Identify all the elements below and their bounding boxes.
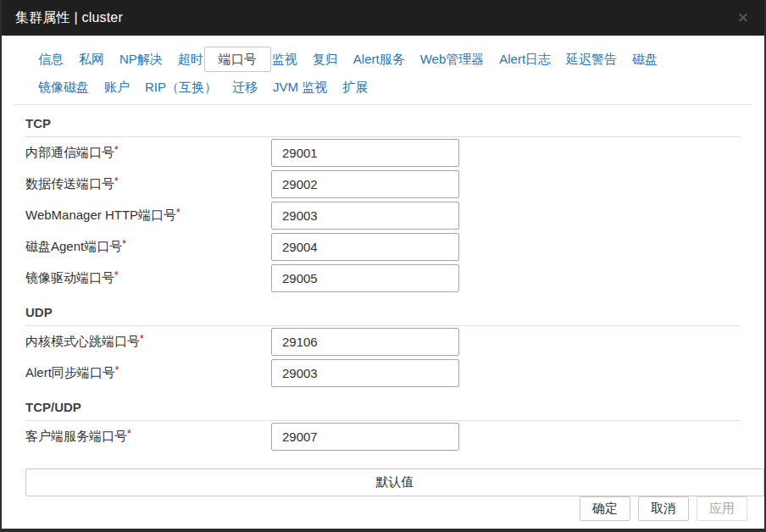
port-input[interactable] xyxy=(271,170,459,198)
field-label: WebManager HTTP端口号* xyxy=(25,208,271,224)
required-asterisk: * xyxy=(115,364,119,376)
tab-RIP（互换）[interactable]: RIP（互换） xyxy=(137,75,225,99)
field-label: 磁盘Agent端口号* xyxy=(25,239,271,255)
section-title: TCP xyxy=(25,116,741,130)
tab-bar: 信息私网NP解决超时端口号监视复归Alert服务Web管理器Alert日志延迟警… xyxy=(14,36,752,105)
apply-button: 应用 xyxy=(697,496,747,521)
tab-延迟警告[interactable]: 延迟警告 xyxy=(558,47,624,71)
tab-私网[interactable]: 私网 xyxy=(71,47,112,71)
field-label: 内核模式心跳端口号* xyxy=(25,334,271,350)
section-TCP: TCP内部通信端口号*数据传送端口号*WebManager HTTP端口号*磁盘… xyxy=(25,116,741,294)
tab-迁移[interactable]: 迁移 xyxy=(225,75,265,99)
tab-磁盘[interactable]: 磁盘 xyxy=(624,47,665,71)
tab-端口号[interactable]: 端口号 xyxy=(204,47,271,72)
port-input[interactable] xyxy=(271,328,459,356)
tab-Web管理器[interactable]: Web管理器 xyxy=(413,47,492,71)
cancel-button[interactable]: 取消 xyxy=(638,496,689,521)
section-TCP/UDP: TCP/UDP客户端服务端口号* xyxy=(25,400,741,452)
default-values-button[interactable]: 默认值 xyxy=(25,468,764,496)
close-icon[interactable]: ✕ xyxy=(737,11,749,25)
required-asterisk: * xyxy=(114,175,119,187)
port-input[interactable] xyxy=(271,233,459,261)
tab-镜像磁盘[interactable]: 镜像磁盘 xyxy=(31,75,97,99)
port-input[interactable] xyxy=(271,202,459,230)
dialog-titlebar: 集群属性 | cluster ✕ xyxy=(2,0,764,36)
field-row: 内核模式心跳端口号* xyxy=(25,326,741,357)
section-title: UDP xyxy=(25,305,741,319)
dialog-title: 集群属性 | cluster xyxy=(15,9,123,27)
port-input[interactable] xyxy=(271,423,459,451)
required-asterisk: * xyxy=(140,333,144,345)
field-label: 镜像驱动端口号* xyxy=(25,270,271,286)
port-input[interactable] xyxy=(271,359,459,387)
section-UDP: UDP内核模式心跳端口号*Alert同步端口号* xyxy=(25,305,741,389)
tab-信息[interactable]: 信息 xyxy=(31,47,71,71)
field-row: 客户端服务端口号* xyxy=(25,421,741,452)
form-area: TCP内部通信端口号*数据传送端口号*WebManager HTTP端口号*磁盘… xyxy=(2,105,764,452)
port-input[interactable] xyxy=(271,139,459,167)
tab-row-1: 信息私网NP解决超时端口号监视复归Alert服务Web管理器Alert日志延迟警… xyxy=(31,47,735,72)
tab-Alert日志[interactable]: Alert日志 xyxy=(491,47,558,71)
required-asterisk: * xyxy=(122,238,126,250)
field-label: 数据传送端口号* xyxy=(25,176,271,192)
tab-监视[interactable]: 监视 xyxy=(264,47,305,71)
tab-复归[interactable]: 复归 xyxy=(305,47,346,71)
field-row: 内部通信端口号* xyxy=(25,137,741,169)
field-row: Alert同步端口号* xyxy=(25,357,741,389)
field-row: 磁盘Agent端口号* xyxy=(25,231,741,263)
field-row: 镜像驱动端口号* xyxy=(25,263,741,294)
ok-button[interactable]: 确定 xyxy=(580,496,630,521)
tab-扩展[interactable]: 扩展 xyxy=(335,75,375,99)
dialog-footer: 确定 取消 应用 xyxy=(2,496,764,531)
required-asterisk: * xyxy=(176,207,180,219)
tab-JVM 监视[interactable]: JVM 监视 xyxy=(265,75,335,99)
cluster-properties-dialog: 集群属性 | cluster ✕ 信息私网NP解决超时端口号监视复归Alert服… xyxy=(0,0,766,532)
section-title: TCP/UDP xyxy=(25,400,741,414)
field-row: WebManager HTTP端口号* xyxy=(25,200,741,231)
required-asterisk: * xyxy=(114,144,119,156)
tab-Alert服务[interactable]: Alert服务 xyxy=(346,47,413,71)
field-label: 内部通信端口号* xyxy=(25,145,271,161)
required-asterisk: * xyxy=(114,269,119,281)
port-input[interactable] xyxy=(271,264,459,292)
required-asterisk: * xyxy=(127,428,131,440)
tab-账户[interactable]: 账户 xyxy=(97,75,137,99)
field-row: 数据传送端口号* xyxy=(25,169,741,200)
field-label: 客户端服务端口号* xyxy=(25,429,271,445)
tab-NP解决[interactable]: NP解决 xyxy=(112,47,170,71)
tab-row-2: 镜像磁盘账户RIP（互换）迁移JVM 监视扩展 xyxy=(31,75,735,99)
field-label: Alert同步端口号* xyxy=(25,365,271,381)
